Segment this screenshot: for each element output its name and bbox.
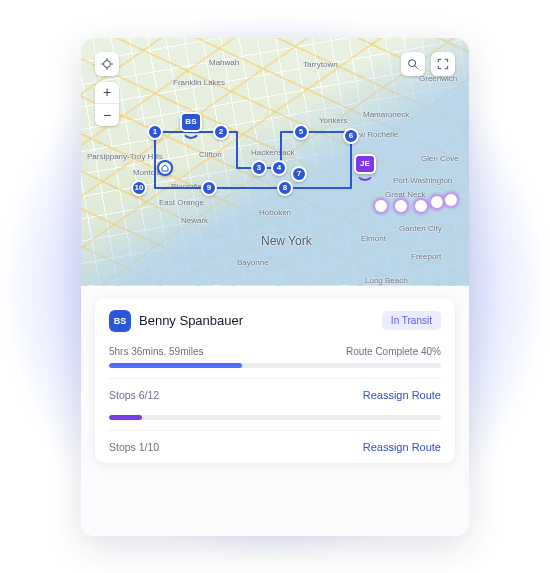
progress-fill [109, 415, 142, 420]
magnify-icon [406, 57, 420, 71]
stop-marker[interactable]: 3 [251, 160, 267, 176]
svg-point-0 [104, 60, 111, 67]
time-distance-text: 5hrs 36mins. 59miles [109, 346, 203, 357]
stops-count: Stops 6/12 [109, 389, 159, 401]
status-badge: In Transit [382, 311, 441, 330]
city-label: Mamaroneck [363, 110, 409, 119]
home-icon [161, 164, 169, 172]
zoom-control: + − [95, 82, 119, 126]
svg-line-6 [415, 65, 418, 68]
expand-icon [436, 57, 450, 71]
reassign-route-link[interactable]: Reassign Route [363, 441, 441, 453]
stop-marker[interactable]: 2 [213, 124, 229, 140]
city-label: Garden City [399, 224, 442, 233]
stop-marker[interactable]: 4 [271, 160, 287, 176]
map-view[interactable]: + − New York Newark Yonkers Hackensack H… [81, 38, 469, 286]
progress-bar [109, 415, 441, 420]
stop-marker-purple[interactable] [393, 198, 409, 214]
locate-button[interactable] [95, 52, 119, 76]
progress-bar [109, 363, 441, 368]
stop-marker[interactable]: 8 [277, 180, 293, 196]
home-marker[interactable] [157, 160, 173, 176]
city-label: Mahwah [209, 58, 239, 67]
city-label: Yonkers [319, 116, 348, 125]
routes-panel: BS Benny Spanbauer In Transit 5hrs 36min… [81, 286, 469, 536]
stop-marker-purple[interactable] [443, 192, 459, 208]
stops-count: Stops 1/10 [109, 441, 159, 453]
city-label: Hackensack [251, 148, 295, 157]
city-label: East Orange [159, 198, 204, 207]
city-label: Hoboken [259, 208, 291, 217]
tracking-card: + − New York Newark Yonkers Hackensack H… [81, 38, 469, 536]
stop-marker[interactable]: 5 [293, 124, 309, 140]
stop-marker[interactable]: 6 [343, 128, 359, 144]
stop-marker-purple[interactable] [373, 198, 389, 214]
city-label: Franklin Lakes [173, 78, 225, 87]
zoom-in-button[interactable]: + [95, 82, 119, 104]
city-label: Newark [181, 216, 208, 225]
svg-point-5 [409, 59, 416, 66]
city-label: Parsippany-Troy Hills [87, 152, 163, 161]
city-label: Port-Washington [393, 176, 452, 185]
city-label: Elmont [361, 234, 386, 243]
stop-marker-purple[interactable] [413, 198, 429, 214]
driver-name: Benny Spanbauer [139, 313, 374, 328]
stop-marker[interactable]: 9 [201, 180, 217, 196]
city-label: Bayonne [237, 258, 269, 267]
stop-marker[interactable]: 1 [147, 124, 163, 140]
city-label: Freeport [411, 252, 441, 261]
driver-avatar: BS [109, 310, 131, 332]
zoom-out-button[interactable]: − [95, 104, 119, 126]
city-label: Clifton [199, 150, 222, 159]
city-label: Long Beach [365, 276, 408, 285]
progress-fill [109, 363, 242, 368]
route-card: BS Benny Spanbauer In Transit 5hrs 36min… [95, 298, 455, 463]
route-complete-text: Route Complete 40% [346, 346, 441, 357]
stop-marker[interactable]: 10 [131, 180, 147, 196]
crosshair-icon [100, 57, 114, 71]
map-search-button[interactable] [401, 52, 425, 76]
reassign-route-link[interactable]: Reassign Route [363, 389, 441, 401]
city-label: Tarrytown [303, 60, 338, 69]
city-label: Glen Cove [421, 154, 459, 163]
fullscreen-button[interactable] [431, 52, 455, 76]
stop-marker[interactable]: 7 [291, 166, 307, 182]
city-label: New York [261, 234, 312, 248]
